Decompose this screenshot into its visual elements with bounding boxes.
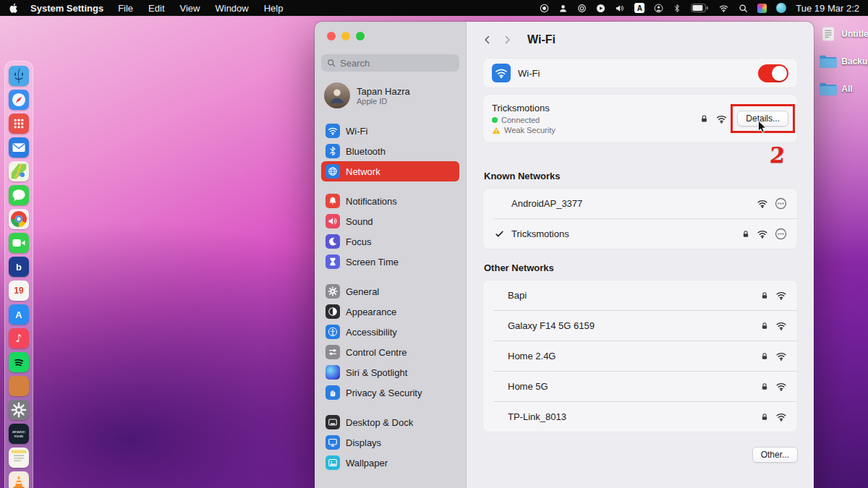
wifi-badge-icon [492, 64, 511, 82]
sidebar-item-focus[interactable]: Focus [321, 231, 459, 252]
other-network-row[interactable]: Home 5G [483, 372, 797, 401]
play-icon[interactable] [596, 4, 605, 13]
dock-vlc[interactable] [9, 471, 29, 488]
display-colors-icon[interactable] [757, 4, 767, 13]
desktop-icon-label: All [841, 84, 852, 94]
input-source-icon[interactable]: A [634, 3, 644, 13]
sidebar-item-label: Focus [346, 236, 371, 247]
desktop-icon-all[interactable]: All [819, 81, 868, 97]
menu-view[interactable]: View [180, 3, 200, 14]
volume-icon[interactable] [615, 4, 625, 13]
sidebar-item-network[interactable]: Network [321, 161, 459, 181]
zoom-window-button[interactable] [356, 32, 365, 40]
sidebar-item-appearance[interactable]: Appearance [321, 301, 459, 322]
dock-spotify[interactable] [9, 352, 29, 372]
menu-file[interactable]: File [118, 3, 133, 14]
sidebar-item-displays[interactable]: Displays [321, 432, 459, 453]
dock-prime[interactable] [9, 376, 29, 396]
sidebar-item-label: Appearance [346, 307, 396, 317]
current-network-warning: Weak Security [492, 126, 699, 134]
dock-amazon-music[interactable]: amazonmusic [9, 424, 29, 444]
avatar [324, 82, 350, 108]
known-networks-list: AndroidAP_3377Tricksmotions [482, 188, 798, 249]
details-button[interactable]: Details... [737, 111, 788, 127]
known-network-row[interactable]: Tricksmotions [483, 219, 797, 249]
sidebar-item-notifications[interactable]: Notifications [321, 191, 459, 211]
sidebar-item-privacy-security[interactable]: Privacy & Security [321, 382, 459, 403]
dock-calendar[interactable]: 19 [9, 281, 29, 301]
menu-help[interactable]: Help [264, 3, 284, 14]
other-network-row[interactable]: Galaxy F14 5G 6159 [483, 311, 797, 341]
globe-icon [326, 164, 340, 179]
sidebar-item-sound[interactable]: Sound [321, 211, 459, 231]
menu-window[interactable]: Window [215, 3, 248, 14]
dock-finder[interactable] [9, 66, 29, 86]
dock-notes[interactable] [9, 448, 29, 468]
profile-name: Tapan Hazra [357, 86, 410, 97]
desktop-icon-untitled[interactable]: Untitled [819, 26, 868, 42]
dock-facetime[interactable] [9, 233, 29, 253]
moon-icon [326, 234, 340, 249]
account-icon[interactable] [654, 4, 663, 13]
dock-messages[interactable] [9, 185, 29, 205]
apple-id-profile[interactable]: Tapan Hazra Apple ID [324, 82, 459, 108]
sidebar-item-control-centre[interactable]: Control Centre [321, 342, 459, 362]
menu-edit[interactable]: Edit [148, 3, 164, 14]
more-options-icon[interactable] [775, 197, 787, 210]
sidebar-item-wallpaper[interactable]: Wallpaper [321, 453, 459, 473]
sidebar-item-accessibility[interactable]: Accessibility [321, 322, 459, 342]
close-window-button[interactable] [327, 32, 336, 40]
dock-mail[interactable] [9, 137, 29, 158]
menubar-app-name[interactable]: System Settings [30, 3, 103, 14]
minimize-window-button[interactable] [341, 32, 350, 40]
dock: b19A♪amazonmusic [4, 61, 33, 488]
wifi-toggle[interactable] [758, 64, 788, 82]
sidebar-item-label: Siri & Spotlight [346, 367, 407, 378]
sidebar-item-wi-fi[interactable]: Wi-Fi [321, 121, 459, 141]
teal-app-icon[interactable] [776, 3, 786, 13]
desktop-icon-backup[interactable]: Backup [819, 53, 868, 69]
sidebar-item-bluetooth[interactable]: Bluetooth [321, 141, 459, 161]
other-network-row[interactable]: TP-Link_8013 [483, 402, 797, 432]
more-options-icon[interactable] [775, 228, 787, 240]
current-network-row: Tricksmotions Connected Weak Security De… [482, 94, 798, 143]
dock-safari[interactable] [9, 90, 29, 110]
wifi-status-icon[interactable] [718, 4, 729, 13]
dock-app-store[interactable]: A [9, 304, 29, 325]
dock-maps[interactable] [9, 161, 29, 181]
apple-menu-icon[interactable] [9, 3, 19, 14]
known-networks-heading: Known Networks [484, 171, 798, 181]
search-input[interactable]: Search [321, 54, 459, 72]
dock-system-settings[interactable] [9, 400, 29, 420]
sidebar-item-label: Wallpaper [346, 458, 388, 468]
dock-music[interactable]: ♪ [9, 328, 29, 348]
forward-button[interactable] [503, 34, 512, 46]
bluetooth-icon[interactable] [673, 4, 681, 13]
user-icon[interactable] [558, 4, 568, 13]
dock-chrome[interactable] [9, 209, 29, 229]
desktop: System Settings FileEditViewWindowHelp A… [0, 0, 868, 488]
lock-icon [699, 114, 709, 124]
wifi-settings-panel: Wi-Fi Wi-Fi Tricksmotions Connected Weak… [467, 22, 814, 488]
lock-icon [760, 382, 769, 392]
other-network-row[interactable]: Bapi [483, 281, 797, 310]
sidebar-item-siri-spotlight[interactable]: Siri & Spotlight [321, 362, 459, 382]
other-network-button[interactable]: Other... [752, 447, 798, 463]
wifi-signal-icon [757, 228, 768, 239]
sidebar-item-screen-time[interactable]: Screen Time [321, 252, 459, 272]
dock-books[interactable]: b [9, 257, 29, 277]
swirl-icon[interactable] [577, 4, 587, 13]
back-button[interactable] [482, 34, 492, 46]
screen-record-icon[interactable] [540, 4, 549, 13]
contrast-icon [326, 304, 340, 319]
battery-icon[interactable] [691, 4, 709, 12]
search-placeholder: Search [340, 58, 370, 69]
sidebar-item-desktop-dock[interactable]: Desktop & Dock [321, 412, 459, 432]
other-network-row[interactable]: Home 2.4G [483, 341, 797, 371]
menubar-clock[interactable]: Tue 19 Mar 2:2 [796, 3, 859, 14]
sidebar-item-general[interactable]: General [321, 281, 459, 301]
dock-launchpad[interactable] [9, 114, 29, 134]
display-icon [326, 435, 340, 450]
spotlight-icon[interactable] [739, 4, 748, 13]
known-network-row[interactable]: AndroidAP_3377 [483, 189, 797, 218]
